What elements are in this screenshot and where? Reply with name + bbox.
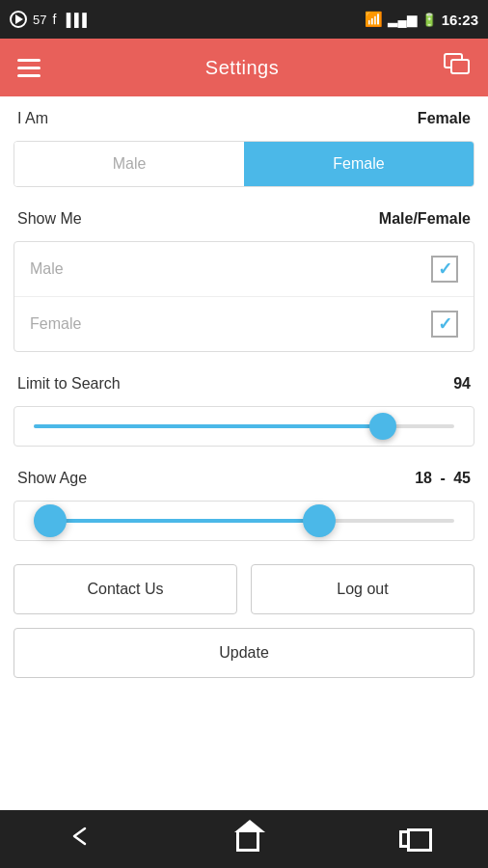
i-am-value: Female [418,110,471,127]
contact-us-button[interactable]: Contact Us [14,564,237,614]
recent-nav-button[interactable] [399,830,419,848]
status-bar: 57 f ▐▐▐ 📶 ▂▄▆ 🔋 16:23 [0,0,488,39]
home-nav-button[interactable] [236,827,259,852]
show-age-max-thumb[interactable] [303,504,336,537]
limit-search-row: Limit to Search 94 [0,362,488,406]
clock: 16:23 [442,12,478,28]
show-age-min-thumb[interactable] [34,504,67,537]
female-checkbox[interactable]: ✓ [431,311,458,338]
hamburger-menu-icon[interactable] [17,59,41,77]
show-age-track [34,519,454,523]
svg-rect-1 [451,60,469,73]
battery-icon: 🔋 [421,13,437,27]
back-nav-button[interactable] [69,826,96,853]
show-me-label: Show Me [17,210,82,228]
play-icon [10,11,27,28]
female-checkbox-row: Female ✓ [14,297,474,351]
update-button[interactable]: Update [14,628,474,678]
i-am-label: I Am [17,110,48,127]
app-header: Settings [0,39,488,96]
facebook-icon: f [52,12,56,27]
gender-female-option[interactable]: Female [244,142,474,186]
show-age-fill [50,519,319,523]
log-out-button[interactable]: Log out [251,564,474,614]
show-age-value: 18 - 45 [415,470,471,487]
limit-search-fill [34,424,383,428]
limit-search-track [34,424,454,428]
gender-toggle[interactable]: Male Female [14,141,474,187]
update-row: Update [0,614,488,678]
status-right: 📶 ▂▄▆ 🔋 16:23 [365,11,478,28]
show-age-row: Show Age 18 - 45 [0,456,488,501]
status-left: 57 f ▐▐▐ [10,11,86,28]
limit-search-label: Limit to Search [17,375,121,393]
show-me-value: Male/Female [379,210,471,228]
female-checkbox-label: Female [30,315,81,333]
limit-search-thumb[interactable] [369,413,396,440]
show-me-checkboxes: Male ✓ Female ✓ [14,241,474,352]
main-content: I Am Female Male Female Show Me Male/Fem… [0,96,488,810]
female-checkmark: ✓ [438,313,452,335]
male-checkbox-label: Male [30,260,64,278]
chat-icon[interactable] [444,53,471,82]
male-checkbox[interactable]: ✓ [431,256,458,283]
show-me-row: Show Me Male/Female [0,197,488,241]
male-checkmark: ✓ [438,258,452,280]
i-am-row: I Am Female [0,96,488,141]
male-checkbox-row: Male ✓ [14,242,474,297]
signal-icon: ▂▄▆ [388,13,416,27]
gender-male-option[interactable]: Male [14,142,244,186]
page-title: Settings [205,57,279,79]
limit-search-slider-container [14,406,474,447]
bottom-navigation [0,810,488,868]
show-age-label: Show Age [17,470,87,487]
limit-search-value: 94 [453,375,471,393]
action-buttons-row: Contact Us Log out [0,551,488,614]
signal-bars-icon: ▐▐▐ [62,13,86,27]
wifi-icon: 📶 [365,11,383,28]
status-number: 57 [33,13,46,27]
show-age-slider-container [14,501,474,541]
